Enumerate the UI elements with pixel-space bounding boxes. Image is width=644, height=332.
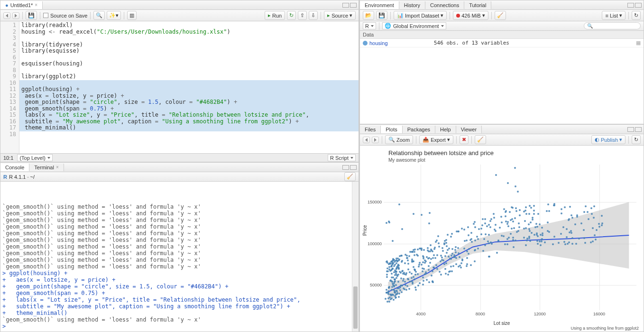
wand-button[interactable]: ✨▾ — [107, 11, 121, 20]
report-button[interactable]: ▥ — [127, 11, 137, 20]
scope-selector[interactable]: (Top Level) — [17, 154, 52, 161]
maximize-button[interactable] — [635, 3, 642, 8]
console-toolbar: R R 4.1.1 · ~/ 🧹 — [0, 172, 359, 182]
save-button[interactable]: 💾 — [26, 11, 37, 20]
run-button[interactable]: ▸Run — [265, 11, 285, 20]
help-tab[interactable]: Help — [435, 126, 456, 133]
maximize-button[interactable] — [350, 3, 357, 8]
env-language-selector[interactable]: R — [363, 22, 376, 29]
plot-title: Relationship between lotsize and price — [388, 149, 639, 157]
save-workspace-button[interactable]: 💾 — [376, 11, 387, 20]
env-search-input[interactable] — [584, 22, 641, 29]
r-logo-icon: R — [3, 174, 7, 180]
import-dataset-button[interactable]: 📊 Import Dataset ▾ — [394, 11, 447, 20]
zoom-button[interactable]: 🔍 Zoom — [385, 135, 413, 144]
minimize-button[interactable] — [342, 3, 349, 8]
env-scope-selector[interactable]: 🌐 Global Environment — [382, 22, 446, 29]
remove-plot-button[interactable]: ✖ — [460, 135, 469, 144]
plots-tab[interactable]: Plots — [381, 126, 402, 133]
console-tab[interactable]: Console — [0, 164, 29, 171]
env-view-mode[interactable]: ≡ List ▾ — [602, 11, 626, 20]
source-tab[interactable]: ● Untitled1* × — [0, 1, 43, 9]
back-button[interactable] — [3, 12, 10, 19]
terminal-tab[interactable]: Terminal× — [29, 164, 64, 171]
minimize-button[interactable] — [627, 127, 634, 132]
x-axis-label: Lot size — [494, 321, 510, 326]
refresh-plot-button[interactable]: ↻ — [632, 135, 641, 144]
source-statusbar: 10:1 (Top Level) R Script — [0, 153, 359, 162]
source-button[interactable]: ▸Source ▾ — [324, 11, 356, 20]
env-table: Data housing546 obs. of 13 variables▦ — [360, 31, 644, 124]
tutorial-tab[interactable]: Tutorial — [464, 1, 491, 9]
console-output[interactable]: `geom_smooth()` using method = 'loess' a… — [0, 182, 359, 332]
refresh-button[interactable]: ↻ — [632, 11, 641, 20]
environment-tab[interactable]: Environment — [360, 1, 399, 9]
minimize-button[interactable] — [342, 165, 349, 170]
clear-env-button[interactable]: 🧹 — [495, 11, 506, 20]
plot-canvas: Relationship between lotsize and price M… — [360, 146, 644, 332]
cursor-position: 10:1 — [3, 155, 13, 161]
source-tab-title: Untitled1* — [10, 2, 33, 8]
forward-button[interactable] — [12, 12, 19, 19]
source-tabbar: ● Untitled1* × — [0, 0, 359, 10]
source-toolbar: 💾 Source on Save 🔍 ✨▾ ▥ ▸Run ↻ ⇧ ⇩ ▸Sour… — [0, 10, 359, 21]
console-prompt-label: R 4.1.1 · ~/ — [9, 174, 35, 180]
minimize-button[interactable] — [627, 3, 634, 8]
down-button[interactable]: ⇩ — [309, 11, 318, 20]
clear-console-button[interactable]: 🧹 — [344, 172, 356, 181]
source-on-save-label: Source on Save — [50, 13, 87, 18]
y-axis-label: Price — [362, 225, 368, 236]
load-workspace-button[interactable]: 📂 — [363, 11, 374, 20]
filetype-selector[interactable]: R Script — [328, 154, 356, 161]
source-on-save-checkbox[interactable] — [43, 13, 48, 18]
viewer-tab[interactable]: Viewer — [456, 126, 482, 133]
find-button[interactable]: 🔍 — [93, 11, 105, 20]
maximize-button[interactable] — [635, 127, 642, 132]
console-scrollbar[interactable] — [352, 182, 359, 332]
connections-tab[interactable]: Connections — [425, 1, 464, 9]
clear-plots-button[interactable]: 🧹 — [475, 135, 486, 144]
close-icon[interactable]: × — [56, 165, 59, 170]
memory-indicator[interactable]: 426 MiB ▾ — [453, 11, 488, 20]
up-button[interactable]: ⇧ — [298, 11, 307, 20]
history-tab[interactable]: History — [399, 1, 425, 9]
export-button[interactable]: 📤 Export ▾ — [419, 135, 453, 144]
code-editor[interactable]: 123456789101112131415161718 library(read… — [0, 21, 359, 153]
env-tabbar: Environment History Connections Tutorial — [360, 0, 644, 10]
env-row[interactable]: housing546 obs. of 13 variables▦ — [360, 39, 644, 47]
plots-toolbar: 🔍 Zoom 📤 Export ▾ ✖ 🧹 ◐ Publish ▾ ↻ — [360, 134, 644, 146]
rerun-button[interactable]: ↻ — [287, 11, 296, 20]
packages-tab[interactable]: Packages — [403, 126, 435, 133]
env-section-header: Data — [360, 31, 644, 39]
plot-subtitle: My awesome plot — [388, 157, 639, 163]
maximize-button[interactable] — [350, 165, 357, 170]
next-plot-button[interactable] — [372, 137, 379, 143]
files-tab[interactable]: Files — [360, 126, 381, 133]
close-icon[interactable]: × — [35, 2, 37, 8]
publish-button[interactable]: ◐ Publish ▾ — [591, 135, 626, 144]
env-scope-bar: R 🌐 Global Environment — [360, 21, 644, 31]
plots-tabbar: Files Plots Packages Help Viewer — [360, 125, 644, 134]
env-toolbar: 📂 💾 📊 Import Dataset ▾ 426 MiB ▾ 🧹 ≡ Lis… — [360, 10, 644, 21]
prev-plot-button[interactable] — [363, 137, 370, 143]
plot-caption: Using a smoothing line from ggplot2 — [570, 326, 639, 331]
console-tabbar: Console Terminal× — [0, 163, 359, 172]
